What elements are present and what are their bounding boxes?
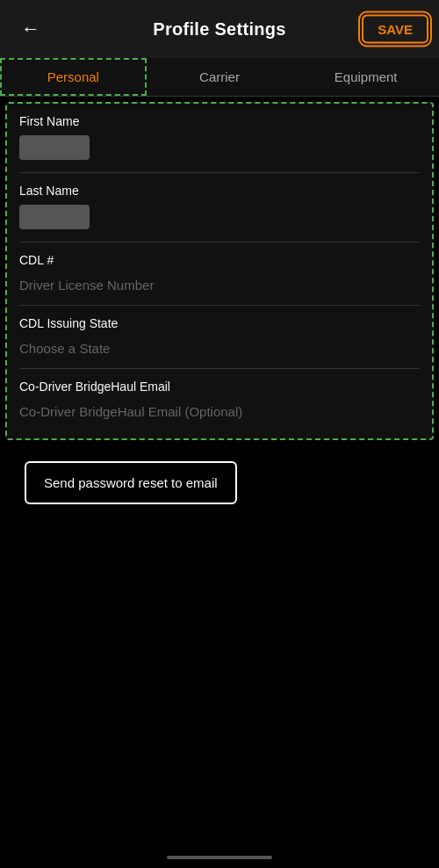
cdl-group: CDL # [19,242,420,306]
back-button[interactable]: ← [14,14,47,44]
page-title: Profile Settings [153,19,286,40]
cdl-state-group: CDL Issuing State Choose a State [19,306,420,369]
first-name-label: First Name [19,114,420,128]
header: ← Profile Settings SAVE [0,0,439,58]
co-driver-email-group: Co-Driver BridgeHaul Email [19,369,420,431]
tab-personal[interactable]: Personal [0,58,147,96]
cdl-state-label: CDL Issuing State [19,316,420,330]
tab-equipment[interactable]: Equipment [292,58,439,96]
last-name-value-box[interactable] [19,205,90,229]
tabs-bar: Personal Carrier Equipment [0,58,439,97]
co-driver-email-input[interactable] [19,401,420,423]
first-name-group: First Name [19,104,420,173]
send-password-reset-button[interactable]: Send password reset to email [25,461,237,504]
cdl-input[interactable] [19,274,420,296]
last-name-group: Last Name [19,173,420,242]
form-section: First Name Last Name CDL # CDL Issuing S… [7,104,432,431]
home-indicator [167,856,272,859]
last-name-label: Last Name [19,184,420,198]
cdl-state-select[interactable]: Choose a State [19,337,420,359]
save-button[interactable]: SAVE [362,15,428,44]
cdl-label: CDL # [19,253,420,267]
tab-carrier[interactable]: Carrier [147,58,293,96]
co-driver-email-label: Co-Driver BridgeHaul Email [19,380,420,394]
first-name-value-box[interactable] [19,135,90,160]
form-container: First Name Last Name CDL # CDL Issuing S… [5,102,434,440]
